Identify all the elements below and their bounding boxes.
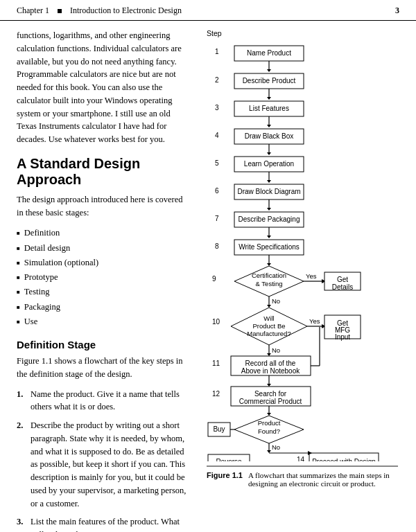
step-num-10: 10 (212, 318, 220, 326)
step4-label: Draw Black Box (245, 132, 294, 140)
step13-label-1: Reverse (216, 458, 242, 461)
list-item: Definition (17, 226, 190, 240)
step7-label: Describe Packaging (239, 215, 300, 223)
no-label-10: No (272, 346, 280, 354)
intro-paragraph: functions, logarithms, and other enginee… (17, 29, 190, 146)
list-item: 1. Name the product. Give it a name that… (17, 388, 190, 414)
svg-marker-2 (267, 69, 271, 72)
step6-label: Draw Block Diagram (237, 188, 300, 195)
step2-label: Describe Product (243, 77, 296, 85)
get-mfg-label-3: Input (335, 333, 350, 341)
bullet-list: Definition Detail design Simulation (opt… (17, 226, 190, 329)
page-header: Chapter 1 Introduction to Electronic Des… (0, 0, 416, 21)
list-item: Packaging (17, 300, 190, 314)
bullet-text: Simulation (optional) (24, 256, 98, 270)
list-item: 2. Describe the product by writing out a… (17, 419, 190, 510)
step8-label: Write Specifications (239, 243, 300, 251)
bullet-text: Detail design (24, 241, 70, 256)
no-label-found: No (272, 443, 280, 451)
svg-marker-23 (267, 263, 271, 266)
step-num-8: 8 (215, 242, 219, 250)
svg-marker-5 (267, 97, 271, 100)
step10-label-2: Product Be (253, 322, 286, 330)
figure-caption: Figure 1.1 A flowchart that summarizes t… (207, 466, 398, 488)
svg-marker-11 (267, 152, 271, 155)
buy-label: Buy (213, 425, 225, 433)
step-num-2: 2 (215, 76, 219, 84)
item-number: 1. (17, 388, 26, 414)
step5-label: Learn Operation (244, 160, 294, 168)
step-num-7: 7 (215, 215, 219, 222)
step-num-3: 3 (215, 104, 219, 112)
page-body: functions, logarithms, and other enginee… (0, 21, 416, 532)
page-number: 3 (395, 6, 399, 16)
item-text: Name the product. Give it a name that te… (31, 388, 190, 414)
svg-marker-17 (267, 208, 271, 211)
step14-label-1: Proceed with Design (312, 458, 376, 461)
list-item: Use (17, 314, 190, 329)
step-num-9: 9 (212, 275, 216, 283)
list-item: Prototype (17, 270, 190, 285)
get-details-label-1: Get (337, 276, 348, 283)
product-found-label-2: Found? (258, 427, 280, 435)
figure-caption-text: A flowchart that summarizes the main ste… (248, 471, 398, 488)
yes-label-9: Yes (306, 272, 317, 280)
svg-marker-14 (267, 180, 271, 183)
svg-marker-40 (267, 384, 271, 387)
item-text: List the main features of the product. W… (31, 515, 190, 532)
bullet-text: Definition (24, 226, 60, 240)
no-label-9: No (272, 297, 280, 305)
flowchart-svg: .step-num { font: 10px Arial; fill: #000… (207, 39, 401, 461)
item-text: Describe the product by writing out a sh… (31, 419, 190, 510)
step-num-4: 4 (215, 132, 219, 139)
svg-marker-43 (267, 413, 271, 416)
product-found-label-1: Product (258, 419, 281, 427)
right-column: Step .step-num { font: 10px Arial; fill:… (201, 29, 409, 532)
bullet-text: Testing (24, 285, 50, 299)
step9-label-line2: & Testing (256, 280, 283, 287)
step12-label-2: Commercial Product (239, 398, 302, 405)
step11-label-2: Above in Notebook (241, 367, 301, 375)
left-column: functions, logarithms, and other enginee… (0, 29, 201, 532)
step-num-11: 11 (212, 360, 220, 367)
step9-label-line1: Certification (252, 272, 286, 279)
chapter-title: Introduction to Electronic Design (70, 6, 182, 16)
bullet-text: Packaging (24, 300, 60, 314)
flowchart: Step .step-num { font: 10px Arial; fill:… (207, 29, 398, 461)
chapter-info: Chapter 1 Introduction to Electronic Des… (17, 6, 182, 16)
step1-label: Name Product (247, 49, 291, 57)
get-details-label-2: Details (332, 283, 354, 291)
svg-marker-20 (267, 236, 271, 238)
svg-marker-35 (267, 353, 271, 356)
step3-label: List Features (249, 105, 289, 112)
numbered-list: 1. Name the product. Give it a name that… (17, 388, 190, 533)
svg-marker-8 (267, 125, 271, 127)
list-item: Detail design (17, 241, 190, 256)
step-num-12: 12 (212, 390, 220, 398)
step-num-1: 1 (215, 48, 219, 55)
section-title: A Standard Design Approach (17, 156, 190, 188)
step-num-6: 6 (215, 187, 219, 195)
header-separator-icon (58, 9, 62, 13)
step10-label-3: Manufactured? (247, 330, 291, 337)
section-intro: The design approach introduced here is c… (17, 193, 190, 220)
step11-label-1: Record all of the (245, 360, 296, 367)
step10-label-1: Will (263, 314, 274, 322)
step12-label-1: Search for (254, 390, 287, 398)
subsection-intro: Figure 1.1 shows a flowchart of the key … (17, 355, 190, 381)
item-number: 2. (17, 419, 26, 510)
step-column-label: Step (207, 29, 398, 37)
figure-label: Figure 1.1 (207, 471, 243, 479)
list-item: Simulation (optional) (17, 256, 190, 270)
bullet-text: Prototype (24, 270, 58, 285)
chapter-label: Chapter 1 (17, 6, 49, 16)
item-number: 3. (17, 515, 26, 532)
step-num-5: 5 (215, 159, 219, 167)
svg-marker-29 (267, 305, 271, 308)
subsection-title: Definition Stage (17, 339, 190, 351)
yes-label-10: Yes (309, 317, 320, 325)
bullet-text: Use (24, 314, 37, 329)
list-item: 3. List the main features of the product… (17, 515, 190, 532)
list-item: Testing (17, 285, 190, 299)
step-num-14: 14 (297, 456, 305, 461)
